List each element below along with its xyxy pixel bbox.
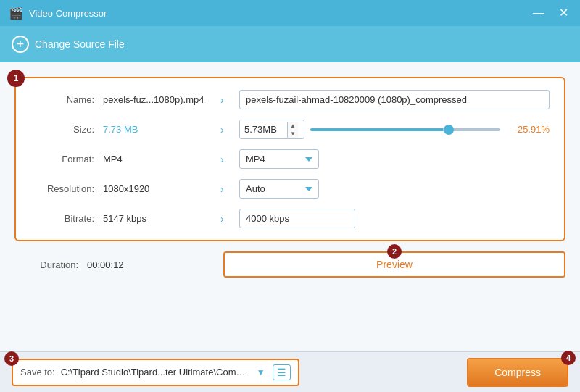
name-arrow-icon: › (220, 94, 231, 106)
name-label: Name: (30, 94, 103, 105)
name-output-input[interactable] (239, 90, 550, 109)
name-source-value: pexels-fuz...1080p).mp4 (103, 94, 212, 105)
close-button[interactable]: ✕ (556, 6, 571, 20)
badge-1: 1 (7, 70, 25, 87)
bitrate-source-value: 5147 kbps (103, 213, 212, 224)
size-row: Size: 7.73 MB › ▲ ▼ -25.91% (30, 120, 550, 139)
size-controls: ▲ ▼ -25.91% (239, 120, 550, 139)
bitrate-row: Bitrate: 5147 kbps › (30, 209, 550, 228)
resolution-label: Resolution: (30, 183, 103, 194)
title-bar-left: 🎬 Video Compressor (9, 7, 107, 20)
size-arrow-icon: › (220, 124, 231, 135)
preview-button-wrap: 2 Preview (223, 251, 566, 278)
size-output-input[interactable] (240, 120, 287, 138)
size-input-wrap: ▲ ▼ (239, 120, 304, 139)
size-down-arrow[interactable]: ▼ (288, 130, 298, 138)
size-up-arrow[interactable]: ▲ (288, 122, 298, 130)
size-slider[interactable] (310, 128, 500, 131)
duration-label: Duration: (14, 259, 87, 270)
compress-button-wrap: 4 Compress (467, 358, 568, 387)
resolution-select[interactable]: Auto 1920x1080 1280x720 640x480 (239, 179, 319, 199)
resolution-row: Resolution: 1080x1920 › Auto 1920x1080 1… (30, 179, 550, 199)
duration-value-row: Duration: 00:00:12 › 2 Preview (14, 251, 566, 278)
bitrate-label: Bitrate: (30, 213, 103, 224)
app-icon: 🎬 (9, 7, 23, 20)
change-source-button[interactable]: + Change Source File (12, 36, 125, 53)
plus-circle-icon: + (12, 36, 29, 53)
main-content: 1 Name: pexels-fuz...1080p).mp4 › Size: … (0, 62, 580, 351)
format-arrow-icon: › (220, 154, 231, 165)
bitrate-output-input[interactable] (239, 209, 355, 228)
resolution-source-value: 1080x1920 (103, 183, 212, 194)
app-title: Video Compressor (29, 8, 107, 19)
save-to-wrap: 3 Save to: C:\Tipard Studio\Tipard...ter… (12, 359, 299, 386)
title-bar: 🎬 Video Compressor — ✕ (0, 0, 580, 26)
save-path-value: C:\Tipard Studio\Tipard...ter Ultimate\C… (61, 367, 249, 378)
bitrate-arrow-icon: › (220, 213, 231, 225)
size-source-value: 7.73 MB (103, 124, 212, 135)
toolbar: + Change Source File (0, 26, 580, 62)
duration-value: 00:00:12 (87, 259, 196, 270)
size-arrows: ▲ ▼ (287, 122, 298, 138)
folder-icon[interactable]: ☰ (273, 364, 291, 380)
resolution-arrow-icon: › (220, 183, 231, 195)
badge-4: 4 (561, 351, 576, 365)
format-label: Format: (30, 154, 103, 164)
save-dropdown-icon[interactable]: ▼ (255, 366, 267, 379)
settings-panel: 1 Name: pexels-fuz...1080p).mp4 › Size: … (14, 77, 566, 241)
save-to-label: Save to: (20, 367, 55, 378)
change-source-label: Change Source File (35, 38, 125, 50)
format-source-value: MP4 (103, 154, 212, 164)
format-row: Format: MP4 › MP4 MOV AVI MKV WMV (30, 149, 550, 169)
compress-button[interactable]: Compress (468, 359, 567, 385)
title-controls: — ✕ (530, 6, 571, 20)
size-label: Size: (30, 124, 103, 135)
duration-preview-row: Duration: 00:00:12 › 2 Preview (14, 251, 566, 278)
name-row: Name: pexels-fuz...1080p).mp4 › (30, 90, 550, 109)
format-select[interactable]: MP4 MOV AVI MKV WMV (239, 149, 319, 169)
percent-text: -25.91% (506, 124, 550, 135)
badge-3: 3 (4, 351, 19, 366)
badge-2: 2 (387, 244, 402, 259)
minimize-button[interactable]: — (530, 6, 547, 20)
slider-wrap: -25.91% (310, 124, 550, 135)
bottom-bar: 3 Save to: C:\Tipard Studio\Tipard...ter… (0, 351, 580, 392)
